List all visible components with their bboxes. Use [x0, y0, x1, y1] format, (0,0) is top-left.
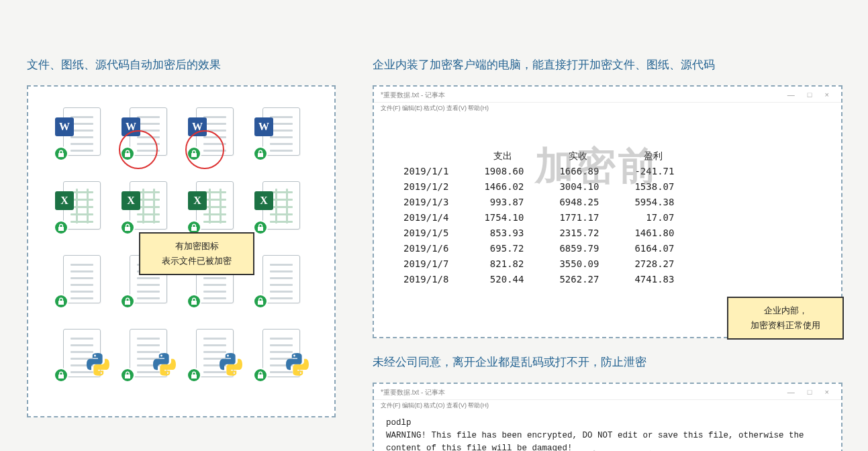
python-icon	[87, 353, 109, 376]
table-cell: 17.07	[616, 211, 690, 225]
table-cell: 5262.27	[541, 272, 615, 287]
callout-before: 企业内部， 加密资料正常使用	[727, 297, 844, 340]
table-cell: 695.72	[466, 242, 540, 256]
notepad-body-after: podlp WARNING! This file has been encryp…	[374, 413, 841, 451]
table-cell: 520.44	[466, 272, 540, 287]
lock-icon	[253, 220, 268, 235]
encrypted-file-excel[interactable]: X	[115, 181, 181, 231]
python-icon	[220, 353, 242, 376]
excel-badge-icon: X	[55, 191, 74, 210]
word-badge-icon: W	[254, 117, 273, 136]
table-cell: 4741.83	[616, 272, 690, 287]
callout-line: 加密资料正常使用	[735, 318, 836, 333]
notepad-before-panel: *重要数据.txt - 记事本 — □ × 文件(F) 编辑(E) 格式(O) …	[373, 85, 842, 338]
lock-icon	[120, 146, 135, 161]
notepad-menubar[interactable]: 文件(F) 编辑(E) 格式(O) 查看(V) 帮助(H)	[374, 400, 841, 413]
table-cell: 5954.38	[616, 195, 690, 209]
table-cell: 2019/1/3	[387, 195, 465, 209]
encrypted-file-py[interactable]	[181, 328, 248, 379]
table-header: 盈利	[616, 149, 690, 163]
right-top-section-title: 企业内装了加密客户端的电脑，能直接打开加密文件、图纸、源代码	[373, 57, 842, 73]
encrypted-file-excel[interactable]: X	[248, 181, 314, 231]
lock-icon	[120, 294, 135, 309]
table-row: 2019/1/21466.023004.101538.07	[387, 180, 690, 194]
table-cell: 821.82	[466, 257, 540, 271]
excel-badge-icon: X	[188, 191, 207, 210]
table-cell: 6859.79	[541, 242, 615, 256]
table-cell: 6948.25	[541, 195, 615, 209]
table-row: 2019/1/11908.601666.89-241.71	[387, 164, 690, 179]
encrypted-file-blank[interactable]	[48, 254, 115, 305]
notepad-menubar[interactable]: 文件(F) 编辑(E) 格式(O) 查看(V) 帮助(H)	[374, 103, 841, 115]
encrypted-file-word[interactable]: W	[181, 107, 248, 157]
word-badge-icon: W	[55, 117, 74, 136]
notepad-titlebar: *重要数据.txt - 记事本 — □ ×	[374, 87, 841, 103]
table-cell: 2315.72	[541, 226, 615, 240]
table-cell: 1538.07	[616, 180, 690, 194]
python-icon	[153, 353, 176, 376]
table-cell: 1771.17	[541, 211, 615, 225]
table-cell: 2019/1/6	[387, 242, 465, 256]
lock-icon	[187, 368, 201, 383]
window-title: *重要数据.txt - 记事本	[381, 388, 445, 397]
excel-badge-icon: X	[122, 191, 140, 210]
table-cell: 1466.02	[466, 180, 540, 194]
table-cell: 2019/1/8	[387, 272, 465, 287]
encrypted-file-excel[interactable]: X	[181, 181, 248, 231]
table-cell: 3004.10	[541, 180, 615, 194]
lock-icon	[120, 368, 135, 383]
table-cell: 2019/1/7	[387, 257, 465, 271]
table-cell: 1666.89	[541, 164, 615, 179]
encrypted-file-py[interactable]	[115, 328, 181, 379]
encrypted-file-word[interactable]: W	[48, 107, 115, 157]
callout-line: 表示文件已被加密	[147, 254, 246, 268]
table-row: 2019/1/5853.932315.721461.80	[387, 226, 690, 240]
table-header: 支出	[466, 149, 540, 163]
table-row: 2019/1/6695.726859.796164.07	[387, 242, 690, 256]
table-cell: 3550.09	[541, 257, 615, 271]
lock-icon	[187, 146, 201, 161]
encrypted-file-word[interactable]: W	[115, 107, 181, 157]
data-table: 支出实收盈利 2019/1/11908.601666.89-241.712019…	[386, 148, 691, 288]
lock-icon	[120, 220, 135, 235]
table-cell: 853.93	[466, 226, 540, 240]
table-row: 2019/1/3993.876948.255954.38	[387, 195, 690, 209]
table-header: 实收	[541, 149, 615, 163]
lock-icon	[54, 146, 68, 161]
window-controls[interactable]: — □ ×	[787, 91, 834, 100]
encrypted-file-py[interactable]	[248, 328, 314, 379]
lock-icon	[253, 294, 268, 309]
encrypted-file-py[interactable]	[48, 328, 115, 379]
callout-line: 有加密图标	[147, 239, 246, 254]
window-title: *重要数据.txt - 记事本	[381, 91, 445, 100]
window-controls[interactable]: — □ ×	[787, 388, 834, 397]
notepad-titlebar: *重要数据.txt - 记事本 — □ ×	[374, 384, 841, 400]
table-cell: 2019/1/1	[387, 164, 465, 179]
lock-icon	[253, 146, 268, 161]
table-cell: 993.87	[466, 195, 540, 209]
lock-icon	[54, 294, 68, 309]
table-row: 2019/1/41754.101771.1717.07	[387, 211, 690, 225]
right-bottom-section-title: 未经公司同意，离开企业都是乱码或打不开，防止泄密	[373, 354, 842, 370]
table-cell: 1754.10	[466, 211, 540, 225]
left-section-title: 文件、图纸、源代码自动加密后的效果	[27, 57, 336, 73]
excel-badge-icon: X	[254, 191, 273, 210]
table-cell: 1908.60	[466, 164, 540, 179]
python-icon	[286, 353, 309, 376]
table-cell: 2019/1/2	[387, 180, 465, 194]
lock-icon	[253, 368, 268, 383]
table-cell: 6164.07	[616, 242, 690, 256]
encrypted-file-blank[interactable]	[248, 254, 314, 305]
table-cell: 2019/1/5	[387, 226, 465, 240]
table-cell: 2019/1/4	[387, 211, 465, 225]
lock-icon	[54, 368, 68, 383]
table-header	[387, 149, 465, 163]
encrypted-file-word[interactable]: W	[248, 107, 314, 157]
doc-page-icon	[63, 255, 101, 303]
table-row: 2019/1/8520.445262.274741.83	[387, 272, 690, 287]
lock-icon	[187, 294, 201, 309]
table-row: 2019/1/7821.823550.092728.27	[387, 257, 690, 271]
table-cell: -241.71	[616, 164, 690, 179]
watermark-after: 加密后	[535, 444, 660, 451]
encrypted-file-excel[interactable]: X	[48, 181, 115, 231]
